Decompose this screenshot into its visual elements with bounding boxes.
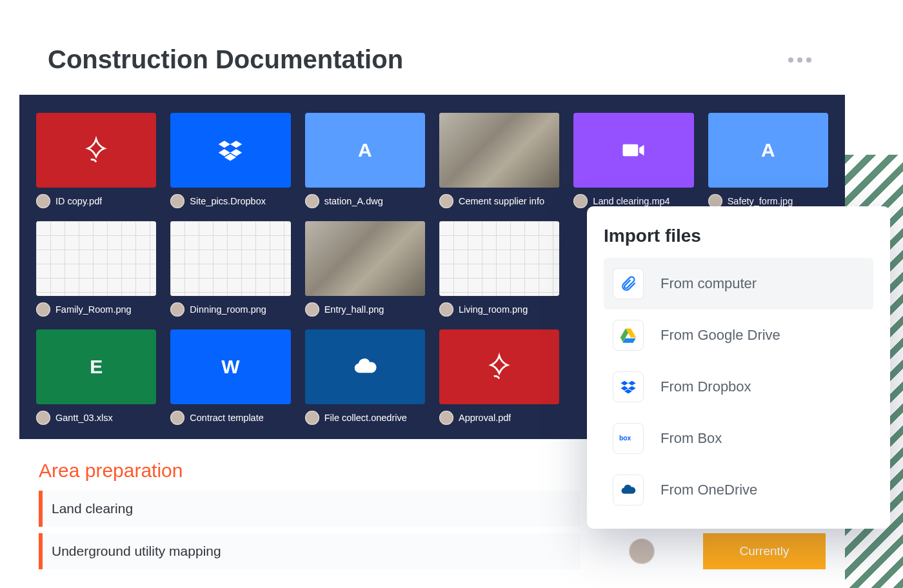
file-meta: station_A.dwg <box>305 194 425 208</box>
file-card[interactable]: Entry_hall.png <box>305 221 425 317</box>
file-card[interactable]: Dinning_room.png <box>170 221 290 317</box>
import-files-popup: Import files From computerFrom Google Dr… <box>587 206 890 529</box>
file-card[interactable]: ASafety_form.jpg <box>708 113 828 208</box>
file-meta: ID copy.pdf <box>36 194 156 208</box>
file-card[interactable]: ID copy.pdf <box>36 113 156 208</box>
clip-icon <box>613 268 644 299</box>
file-meta: Dinning_room.png <box>170 302 290 317</box>
import-option-label: From OneDrive <box>660 482 757 498</box>
row-accent-bar <box>39 491 43 527</box>
file-meta: Living_room.png <box>439 302 559 317</box>
file-name: ID copy.pdf <box>55 196 102 206</box>
avatar <box>170 411 184 425</box>
file-name: Site_pics.Dropbox <box>190 196 266 206</box>
file-thumbnail[interactable] <box>305 221 425 296</box>
file-thumbnail[interactable]: W <box>170 329 290 404</box>
task-name-cell: Underground utility mapping <box>39 533 580 569</box>
import-option-box[interactable]: boxFrom Box <box>604 413 873 464</box>
file-name: File collect.onedrive <box>324 413 407 423</box>
task-name-cell: Land clearing <box>39 491 580 527</box>
dropbox-icon <box>613 371 644 402</box>
gdrive-icon <box>613 320 644 351</box>
file-card[interactable]: EGantt_03.xlsx <box>36 329 156 425</box>
file-meta: File collect.onedrive <box>305 411 425 425</box>
section-title: Area preparation <box>39 460 580 482</box>
file-meta: Contract template <box>170 411 290 425</box>
row-accent-bar <box>39 533 43 569</box>
file-name: station_A.dwg <box>324 196 383 206</box>
import-option-label: From Box <box>660 430 722 447</box>
import-option-label: From computer <box>660 275 757 292</box>
file-card[interactable]: WContract template <box>170 329 290 425</box>
avatar <box>36 411 50 425</box>
avatar <box>573 194 588 208</box>
file-thumbnail[interactable] <box>170 221 290 296</box>
import-option-gdrive[interactable]: From Google Drive <box>604 309 873 361</box>
file-thumbnail[interactable]: A <box>305 113 425 188</box>
import-option-label: From Dropbox <box>660 378 751 395</box>
popup-title: Import files <box>604 226 873 246</box>
file-card[interactable]: Cement supplier info <box>439 113 559 208</box>
box-icon: box <box>613 423 644 454</box>
file-thumbnail[interactable] <box>305 329 425 404</box>
file-thumbnail[interactable] <box>170 113 290 188</box>
avatar <box>305 194 319 208</box>
avatar <box>629 538 655 564</box>
file-thumbnail[interactable] <box>573 113 693 188</box>
file-thumbnail[interactable] <box>36 113 156 188</box>
avatar <box>439 302 453 317</box>
header: Construction Documentation <box>19 19 845 95</box>
avatar <box>439 194 453 208</box>
file-meta: Gantt_03.xlsx <box>36 411 156 425</box>
file-name: Approval.pdf <box>459 413 511 423</box>
avatar <box>170 194 184 208</box>
file-name: Family_Room.png <box>55 304 132 315</box>
file-meta: Family_Room.png <box>36 302 156 317</box>
file-meta: Site_pics.Dropbox <box>170 194 290 208</box>
task-name: Land clearing <box>52 501 133 516</box>
file-card[interactable]: Approval.pdf <box>439 329 559 425</box>
file-meta: Approval.pdf <box>439 411 559 425</box>
file-thumbnail[interactable] <box>439 221 559 296</box>
status-badge: Currently <box>703 533 826 569</box>
avatar <box>36 302 50 317</box>
file-card[interactable]: Family_Room.png <box>36 221 156 317</box>
onedrive-icon <box>613 475 644 505</box>
file-card[interactable]: Site_pics.Dropbox <box>170 113 290 208</box>
file-name: Gantt_03.xlsx <box>55 413 113 423</box>
more-menu-button[interactable] <box>783 52 817 68</box>
import-option-onedrive[interactable]: From OneDrive <box>604 464 873 516</box>
file-thumbnail[interactable] <box>439 113 559 188</box>
file-thumbnail[interactable]: A <box>708 113 828 188</box>
file-name: Contract template <box>190 413 263 423</box>
import-option-dropbox[interactable]: From Dropbox <box>604 361 873 413</box>
file-name: Land clearing.mp4 <box>593 196 670 206</box>
file-thumbnail[interactable]: E <box>36 329 156 404</box>
file-card[interactable]: Land clearing.mp4 <box>573 113 693 208</box>
page-title: Construction Documentation <box>48 45 403 74</box>
file-meta: Cement supplier info <box>439 194 559 208</box>
task-name: Underground utility mapping <box>52 544 221 559</box>
file-name: Safety_form.jpg <box>728 196 793 206</box>
file-name: Cement supplier info <box>459 196 544 206</box>
manager-cell <box>580 538 703 564</box>
file-name: Entry_hall.png <box>324 304 384 315</box>
file-thumbnail[interactable] <box>36 221 156 296</box>
task-row[interactable]: Underground utility mappingCurrently <box>39 533 826 569</box>
file-card[interactable]: Astation_A.dwg <box>305 113 425 208</box>
file-card[interactable]: File collect.onedrive <box>305 329 425 425</box>
avatar <box>170 302 184 317</box>
avatar <box>305 411 319 425</box>
avatar <box>305 302 319 317</box>
svg-text:box: box <box>619 435 631 442</box>
import-option-label: From Google Drive <box>660 327 780 344</box>
import-option-clip[interactable]: From computer <box>604 258 873 309</box>
file-thumbnail[interactable] <box>439 329 559 404</box>
file-name: Living_room.png <box>459 304 528 315</box>
file-name: Dinning_room.png <box>190 304 266 315</box>
avatar <box>439 411 453 425</box>
file-meta: Entry_hall.png <box>305 302 425 317</box>
file-card[interactable]: Living_room.png <box>439 221 559 317</box>
avatar <box>36 194 50 208</box>
